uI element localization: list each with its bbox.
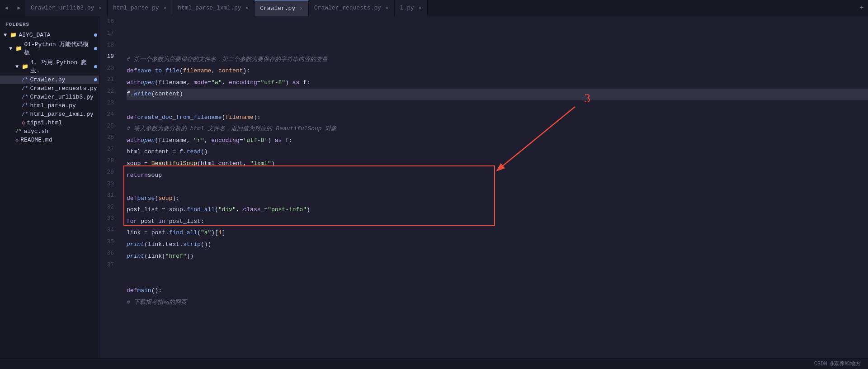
sidebar-item-label: 1. 巧用 Python 爬虫. [30, 58, 92, 75]
code-line-21: def create_doc_from_filename(filename): [127, 112, 868, 123]
line-number-32: 32 [99, 202, 119, 213]
tab-tab4[interactable]: Crawler.py✕ [255, 0, 309, 16]
tab-close-btn[interactable]: ✕ [386, 5, 389, 11]
tab-close-btn[interactable]: ✕ [419, 5, 422, 11]
line-number-19: 19 [99, 51, 119, 63]
sidebar-item-label: AIYC_DATA [19, 32, 50, 38]
line-number-30: 30 [99, 178, 119, 190]
keyword: return [127, 171, 148, 180]
attr: mode [193, 78, 208, 88]
line-number-33: 33 [99, 213, 119, 225]
sidebar-item-1-python-spider[interactable]: ▼ 📁1. 巧用 Python 爬虫. [0, 57, 99, 76]
python-file-icon: /* [22, 77, 28, 83]
line-number-18: 18 [99, 39, 119, 51]
sidebar-item-aiyc-data[interactable]: ▼ 📁AIYC_DATA [0, 31, 99, 39]
tab-tab3[interactable]: html_parse_lxml.py✕ [172, 0, 255, 16]
attr: encoding [229, 78, 257, 88]
tab-bar: ◀ ▶ Crawler_urllib3.py✕html_parse.py✕htm… [0, 0, 868, 16]
function-name: parse [137, 194, 155, 203]
sidebar-item-html-parse-lxml[interactable]: /* html_parse_lxml.py [0, 110, 99, 118]
line-number-23: 23 [99, 97, 119, 109]
tab-add-button[interactable]: + [855, 0, 868, 16]
sidebar-item-aiyc-sh[interactable]: /* aiyc.sh [0, 127, 99, 136]
tab-tab2[interactable]: html_parse.py✕ [108, 0, 172, 16]
sidebar-item-html-parse[interactable]: /* html_parse.py [0, 101, 99, 110]
sidebar: FOLDERS ▼ 📁AIYC_DATA▼ 📁01-Python 万能代码模板▼… [0, 16, 99, 358]
line-number-17: 17 [99, 28, 119, 40]
line-number-36: 36 [99, 248, 119, 260]
code-line-18: with open(filename, mode="w", encoding="… [127, 77, 868, 89]
sidebar-item-label: Crawler_urllib3.py [30, 94, 93, 100]
code-line-36: def main(): [127, 285, 868, 297]
var: post [151, 228, 165, 238]
line-number-24: 24 [99, 109, 119, 121]
line-number-29: 29 [99, 167, 119, 179]
var: filename [158, 136, 186, 146]
line-number-25: 25 [99, 120, 119, 132]
string: 'utf-8' [243, 136, 268, 146]
string: "w" [211, 78, 222, 88]
punc: ) [179, 90, 183, 99]
string: "div" [218, 205, 236, 215]
code-line-30: for post in post_list: [127, 216, 868, 228]
python-file-icon: /* [22, 103, 28, 109]
comment: # 第一个参数为所要保存的文件名，第二个参数为要保存的字符串内容的变量 [127, 55, 328, 65]
keyword: def [127, 286, 137, 296]
punc: ( [151, 90, 155, 99]
sidebar-item-01-python[interactable]: ▼ 📁01-Python 万能代码模板 [0, 39, 99, 57]
code-line-27 [127, 181, 868, 193]
code-line-19: f.write(content) [127, 89, 868, 100]
line-number-26: 26 [99, 132, 119, 144]
var: filename [158, 78, 186, 88]
param: soup [158, 194, 172, 203]
param: filename [225, 113, 253, 123]
tab-close-btn[interactable]: ✕ [246, 5, 249, 11]
sidebar-item-crawler-urllib3[interactable]: /* Crawler_urllib3.py [0, 93, 99, 101]
punc: . [130, 90, 134, 99]
code-area[interactable]: 1617181920212223242526272829303132333435… [99, 16, 868, 358]
var: link [148, 252, 162, 261]
var: html_content [201, 159, 243, 169]
tab-nav-prev[interactable]: ◀ [0, 0, 13, 16]
var: f [303, 78, 307, 88]
line-number-37: 37 [99, 259, 119, 271]
code-line-32: print(link.text.strip()) [127, 239, 868, 251]
sidebar-item-readme-md[interactable]: ◇ README.md [0, 136, 99, 144]
param: filename [183, 66, 211, 76]
function-name: main [137, 286, 151, 296]
fn: strip [183, 240, 201, 250]
tab-tab5[interactable]: Crawler_requests.py✕ [309, 0, 395, 16]
string: "utf-8" [261, 78, 286, 88]
keyword: def [127, 113, 137, 123]
sidebar-item-crawler-py[interactable]: /* Crawler.py [0, 76, 99, 84]
modified-dot [94, 47, 97, 50]
python-file-icon: /* [22, 111, 28, 118]
code-line-37: # 下载报考指南的网页 [127, 297, 868, 309]
keyword: in [158, 217, 165, 227]
tab-nav-next[interactable]: ▶ [13, 0, 25, 16]
attr: encoding [211, 136, 239, 146]
function-name: save_to_file [137, 66, 179, 76]
tab-close-btn[interactable]: ✕ [300, 5, 303, 11]
tab-label: Crawler_requests.py [314, 5, 381, 11]
sidebar-item-crawler-requests[interactable]: /* Crawler_requests.py [0, 84, 99, 93]
line-number-35: 35 [99, 236, 119, 248]
modified-dot [94, 65, 97, 68]
python-file-icon: /* [22, 85, 28, 92]
param: content [218, 66, 243, 76]
tab-tab6[interactable]: l.py✕ [395, 0, 428, 16]
string: "a" [201, 228, 211, 238]
tab-tab1[interactable]: Crawler_urllib3.py✕ [25, 0, 108, 16]
var: html_content [127, 147, 169, 157]
tab-close-btn[interactable]: ✕ [99, 5, 102, 11]
string: "post-info" [268, 205, 307, 215]
code-line-20 [127, 100, 868, 112]
fn: write [134, 90, 151, 99]
string: "lxml" [250, 159, 271, 169]
tab-close-btn[interactable]: ✕ [163, 5, 166, 11]
status-bar: CSDN @素养和地方 [0, 358, 868, 369]
sidebar-item-label: aiyc.sh [24, 128, 48, 135]
sidebar-item-tips1-html[interactable]: ◇ tips1.html [0, 118, 99, 127]
line-number-22: 22 [99, 86, 119, 98]
code-line-22: # 输入参数为要分析的 html 文件名，返回值为对应的 BeautifulSo… [127, 123, 868, 135]
